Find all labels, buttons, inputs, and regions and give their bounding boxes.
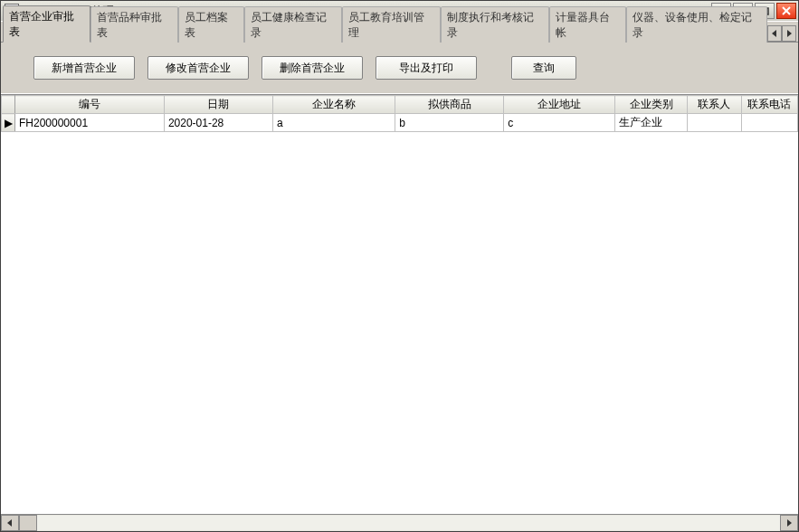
- col-phone[interactable]: 联系电话: [741, 96, 797, 114]
- col-date[interactable]: 日期: [164, 96, 272, 114]
- grid-header-row: 编号 日期 企业名称 拟供商品 企业地址 企业类别 联系人 联系电话: [2, 96, 798, 114]
- export-button[interactable]: 导出及打印: [376, 56, 477, 80]
- col-type[interactable]: 企业类别: [615, 96, 687, 114]
- horizontal-scrollbar[interactable]: [1, 514, 798, 531]
- col-goods[interactable]: 拟供商品: [395, 96, 504, 114]
- tab-measure-ledger[interactable]: 计量器具台帐: [549, 6, 626, 43]
- close-button[interactable]: [776, 3, 796, 19]
- tab-staff-files[interactable]: 员工档案表: [178, 6, 244, 43]
- row-marker-icon: ▶: [2, 114, 15, 132]
- toolbar: 新增首营企业 修改首营企业 删除首营企业 导出及打印 查询: [1, 43, 798, 94]
- query-button[interactable]: 查询: [511, 56, 576, 80]
- svg-marker-8: [787, 519, 792, 527]
- scroll-right-icon[interactable]: [780, 515, 798, 531]
- delete-button[interactable]: 删除首营企业: [262, 56, 363, 80]
- cell-goods[interactable]: b: [395, 114, 504, 132]
- app-window: ▭ GSP管理(检查管理) 首营企业审批表 首营品种审批表 员工档案表 员工健康…: [0, 0, 799, 532]
- tab-scroll-left-icon[interactable]: [767, 25, 782, 42]
- scroll-track[interactable]: [37, 516, 780, 530]
- data-grid: 编号 日期 企业名称 拟供商品 企业地址 企业类别 联系人 联系电话 ▶ FH2…: [1, 94, 798, 514]
- tab-health-check[interactable]: 员工健康检查记录: [244, 6, 343, 43]
- cell-id[interactable]: FH200000001: [15, 114, 165, 132]
- cell-date[interactable]: 2020-01-28: [164, 114, 272, 132]
- col-name[interactable]: 企业名称: [273, 96, 395, 114]
- tab-system-assess[interactable]: 制度执行和考核记录: [441, 6, 549, 43]
- tab-scroll-arrows: [767, 25, 798, 42]
- svg-marker-7: [7, 519, 12, 527]
- tab-scroll-right-icon[interactable]: [782, 25, 796, 42]
- col-addr[interactable]: 企业地址: [504, 96, 615, 114]
- cell-name[interactable]: a: [273, 114, 395, 132]
- tab-training[interactable]: 员工教育培训管理: [342, 6, 441, 43]
- tab-first-enterprise[interactable]: 首营企业审批表: [3, 5, 90, 43]
- svg-marker-6: [787, 30, 792, 37]
- cell-addr[interactable]: c: [504, 114, 615, 132]
- cell-phone[interactable]: [741, 114, 797, 132]
- edit-button[interactable]: 修改首营企业: [147, 56, 249, 80]
- scroll-left-icon[interactable]: [1, 515, 19, 531]
- add-button[interactable]: 新增首营企业: [33, 56, 135, 80]
- cell-type[interactable]: 生产企业: [615, 114, 687, 132]
- cell-contact[interactable]: [687, 114, 741, 132]
- tab-equipment-record[interactable]: 仪器、设备使用、检定记录: [626, 6, 767, 43]
- col-id[interactable]: 编号: [15, 96, 165, 114]
- table-row[interactable]: ▶ FH200000001 2020-01-28 a b c 生产企业: [2, 114, 798, 132]
- col-contact[interactable]: 联系人: [687, 96, 741, 114]
- tab-strip: 首营企业审批表 首营品种审批表 员工档案表 员工健康检查记录 员工教育培训管理 …: [1, 22, 798, 43]
- svg-marker-5: [772, 30, 776, 37]
- tab-first-variety[interactable]: 首营品种审批表: [90, 6, 178, 43]
- grid-corner: [2, 96, 15, 114]
- scroll-thumb[interactable]: [19, 515, 37, 531]
- grid-empty-area: [1, 132, 798, 514]
- grid-table[interactable]: 编号 日期 企业名称 拟供商品 企业地址 企业类别 联系人 联系电话 ▶ FH2…: [1, 95, 798, 132]
